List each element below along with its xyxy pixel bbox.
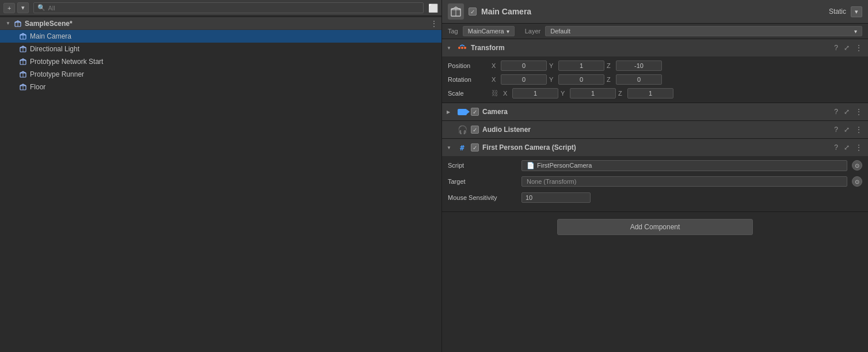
hierarchy-item-directional-light[interactable]: Directional Light bbox=[0, 43, 441, 55]
tag-dropdown[interactable]: MainCamera ▾ bbox=[463, 26, 515, 36]
svg-line-24 bbox=[460, 45, 462, 46]
object-name: Main Camera bbox=[481, 7, 824, 16]
audio-actions: ? ⤢ ⋮ bbox=[833, 126, 863, 134]
active-checkbox[interactable] bbox=[469, 7, 477, 16]
svg-line-25 bbox=[462, 45, 465, 46]
transform-more-button[interactable]: ⋮ bbox=[854, 44, 863, 52]
script-select-button[interactable]: ⊙ bbox=[852, 160, 862, 171]
scale-x-input[interactable] bbox=[512, 88, 558, 99]
transform-icon bbox=[457, 43, 467, 53]
transform-name: Transform bbox=[471, 44, 829, 52]
camera-actions: ? ⤢ ⋮ bbox=[833, 108, 863, 116]
object-icon bbox=[448, 3, 464, 20]
sensitivity-field-label: Mouse Sensitivity bbox=[448, 194, 517, 201]
scene-root[interactable]: SampleScene* ⋮ bbox=[0, 17, 441, 30]
collapse-arrow-icon: ▼ bbox=[447, 46, 454, 51]
position-xyz: X Y Z bbox=[492, 60, 862, 71]
camera-header[interactable]: ▶ Camera ? ⤢ ⋮ bbox=[442, 103, 868, 120]
lock-button[interactable]: ⬜ bbox=[428, 3, 438, 13]
cube-icon bbox=[18, 44, 28, 54]
audio-layout-button[interactable]: ⤢ bbox=[843, 126, 851, 134]
collapse-arrow-icon: ▼ bbox=[447, 145, 454, 150]
add-component-button[interactable]: Add Component bbox=[557, 219, 753, 235]
item-label: Main Camera bbox=[30, 32, 71, 40]
audio-listener-header[interactable]: ▶ 🎧 Audio Listener ? ⤢ ⋮ bbox=[442, 121, 868, 138]
scale-z-input[interactable] bbox=[627, 88, 673, 99]
static-dropdown[interactable]: ▾ bbox=[851, 6, 862, 17]
script-icon: # bbox=[457, 142, 467, 153]
sensitivity-field-row: Mouse Sensitivity bbox=[448, 191, 862, 205]
transform-actions: ? ⤢ ⋮ bbox=[833, 44, 863, 52]
search-input[interactable] bbox=[48, 5, 420, 12]
camera-more-button[interactable]: ⋮ bbox=[854, 108, 863, 116]
transform-help-button[interactable]: ? bbox=[833, 44, 839, 52]
position-y-input[interactable] bbox=[558, 60, 604, 71]
position-z-input[interactable] bbox=[616, 60, 662, 71]
script-component: ▼ # First Person Camera (Script) ? ⤢ ⋮ S… bbox=[442, 139, 868, 212]
svg-point-23 bbox=[464, 47, 466, 49]
item-label: Floor bbox=[30, 83, 45, 91]
dropdown-arrow-icon: ▾ bbox=[854, 28, 857, 35]
script-name: First Person Camera (Script) bbox=[482, 143, 829, 152]
hierarchy-item-prototype-runner[interactable]: Prototype Runner bbox=[0, 68, 441, 81]
target-select-button[interactable]: ⊙ bbox=[852, 176, 862, 187]
script-more-button[interactable]: ⋮ bbox=[854, 143, 863, 152]
scale-row: Scale ⛓ X Y Z bbox=[442, 86, 868, 100]
scale-label: Scale bbox=[448, 90, 488, 97]
svg-point-21 bbox=[461, 47, 463, 49]
transform-layout-button[interactable]: ⤢ bbox=[843, 44, 851, 52]
item-label: Prototype Network Start bbox=[30, 58, 103, 66]
layer-dropdown[interactable]: Default ▾ bbox=[545, 26, 862, 36]
audio-checkbox[interactable] bbox=[471, 126, 479, 134]
camera-name: Camera bbox=[482, 108, 829, 116]
cube-icon bbox=[18, 70, 28, 79]
hierarchy-toolbar: + ▾ 🔍 ⬜ bbox=[0, 0, 441, 16]
sensitivity-input[interactable] bbox=[521, 192, 591, 203]
static-label: Static bbox=[829, 7, 846, 16]
hierarchy-item-main-camera[interactable]: Main Camera bbox=[0, 30, 441, 43]
script-field-row: Script 📄 FirstPersonCamera ⊙ bbox=[448, 158, 862, 172]
tag-layer-row: Tag MainCamera ▾ Layer Default ▾ bbox=[442, 24, 868, 39]
script-help-button[interactable]: ? bbox=[833, 143, 839, 152]
inspector-panel: Main Camera Static ▾ Tag MainCamera ▾ La… bbox=[442, 0, 868, 352]
scene-icon bbox=[13, 19, 22, 28]
dropdown-button[interactable]: ▾ bbox=[17, 2, 29, 13]
rotation-x-input[interactable] bbox=[501, 74, 547, 85]
audio-listener-name: Audio Listener bbox=[482, 126, 829, 134]
hierarchy-panel: + ▾ 🔍 ⬜ SampleScene* ⋮ bbox=[0, 0, 442, 352]
script-layout-button[interactable]: ⤢ bbox=[843, 143, 851, 152]
item-label: Directional Light bbox=[30, 45, 79, 53]
y-axis-label: Y bbox=[549, 62, 556, 69]
z-axis-label: Z bbox=[607, 62, 614, 69]
script-header[interactable]: ▼ # First Person Camera (Script) ? ⤢ ⋮ bbox=[442, 139, 868, 156]
audio-more-button[interactable]: ⋮ bbox=[854, 126, 863, 134]
position-x-input[interactable] bbox=[501, 60, 547, 71]
scene-more-button[interactable]: ⋮ bbox=[430, 19, 438, 28]
camera-help-button[interactable]: ? bbox=[833, 108, 839, 116]
position-row: Position X Y Z bbox=[442, 59, 868, 73]
hierarchy-item-floor[interactable]: Floor bbox=[0, 81, 441, 93]
audio-help-button[interactable]: ? bbox=[833, 126, 839, 134]
rotation-label: Rotation bbox=[448, 76, 488, 83]
script-value: 📄 FirstPersonCamera bbox=[521, 160, 847, 171]
camera-checkbox[interactable] bbox=[471, 108, 479, 116]
rotation-y-input[interactable] bbox=[558, 74, 604, 85]
collapse-arrow-icon: ▶ bbox=[447, 109, 454, 115]
transform-header[interactable]: ▼ Transform ? ⤢ ⋮ bbox=[442, 39, 868, 56]
cube-icon bbox=[18, 82, 28, 92]
rotation-xyz: X Y Z bbox=[492, 74, 862, 85]
target-field-row: Target None (Transform) ⊙ bbox=[448, 175, 862, 188]
tag-label: Tag bbox=[448, 28, 458, 35]
cube-icon bbox=[18, 32, 28, 41]
script-checkbox[interactable] bbox=[471, 143, 479, 152]
scale-y-input[interactable] bbox=[570, 88, 616, 99]
rotation-z-input[interactable] bbox=[616, 74, 662, 85]
scale-link-icon: ⛓ bbox=[492, 89, 498, 97]
dropdown-arrow-icon: ▾ bbox=[507, 28, 509, 35]
add-button[interactable]: + bbox=[3, 3, 15, 13]
hierarchy-item-prototype-network-start[interactable]: Prototype Network Start bbox=[0, 55, 441, 68]
search-icon: 🔍 bbox=[37, 4, 45, 12]
x-axis-label: X bbox=[503, 90, 510, 97]
camera-layout-button[interactable]: ⤢ bbox=[843, 108, 851, 116]
search-bar: 🔍 bbox=[33, 2, 424, 13]
